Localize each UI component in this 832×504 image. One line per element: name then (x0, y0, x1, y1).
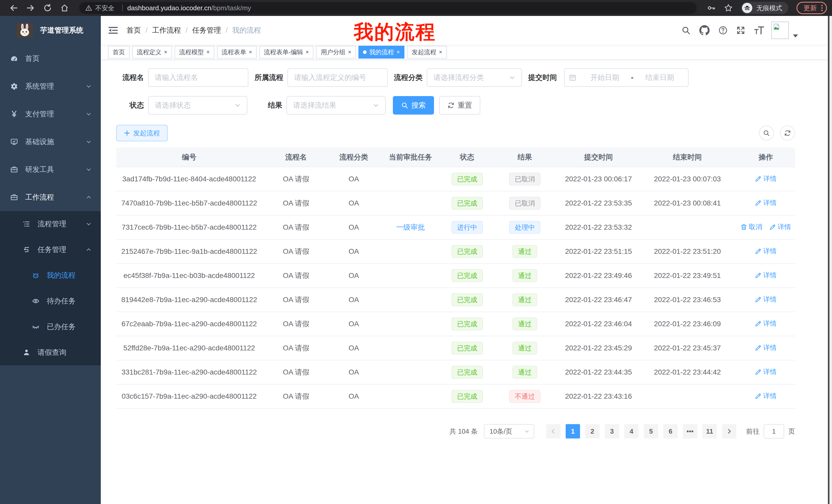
more-pages-button[interactable]: ••• (683, 424, 697, 439)
close-icon[interactable]: × (206, 49, 210, 55)
help-icon[interactable] (718, 26, 728, 35)
page-button[interactable]: 5 (644, 424, 658, 439)
detail-button[interactable]: 详情 (755, 295, 777, 304)
sidebar-item-eye-closed[interactable]: 已办任务 (0, 314, 101, 340)
sidebar-item-share[interactable]: 任务管理 (0, 237, 101, 262)
breadcrumb-item[interactable]: 首页 (127, 25, 141, 35)
home-icon[interactable] (60, 4, 69, 12)
sidebar-item-tree[interactable]: 流程管理 (0, 211, 101, 237)
refresh-button[interactable] (780, 125, 795, 141)
bookmark-star-icon[interactable] (724, 4, 733, 12)
prev-page-button[interactable] (546, 424, 561, 439)
close-icon[interactable]: × (396, 49, 400, 55)
tab-流程模型[interactable]: 流程模型× (175, 46, 214, 59)
result-badge: 通过 (513, 317, 537, 330)
date-range-input[interactable]: 开始日期-结束日期 (564, 68, 688, 87)
detail-button[interactable]: 详情 (755, 198, 777, 207)
page-button[interactable]: 6 (663, 424, 678, 439)
font-size-icon[interactable] (754, 26, 764, 34)
sidebar-item-monitor[interactable]: 基础设施 (0, 128, 101, 156)
security-label[interactable]: 不安全 (95, 4, 114, 12)
page-button[interactable]: 2 (585, 424, 600, 439)
cell-submit-time: 2022-01-22 23:45:29 (559, 336, 638, 360)
page-button[interactable]: 4 (624, 424, 639, 439)
tab-流程表单-编辑[interactable]: 流程表单-编辑× (259, 46, 314, 59)
goto-page-input[interactable]: 1 (763, 424, 784, 439)
breadcrumb-item[interactable]: 任务管理 (192, 25, 221, 35)
cell-actions: 详情 (737, 263, 795, 288)
close-icon[interactable]: × (164, 49, 167, 55)
cancel-button[interactable]: 取消 (740, 222, 762, 231)
text-input[interactable]: 请输入流程名 (148, 68, 249, 87)
column-header: 操作 (737, 147, 795, 167)
hamburger-icon[interactable] (108, 26, 118, 35)
tab-我的流程[interactable]: 我的流程× (358, 46, 405, 59)
detail-button[interactable]: 详情 (755, 319, 777, 328)
close-icon[interactable]: × (348, 49, 351, 55)
select[interactable]: 请选择流结果 (286, 96, 386, 115)
back-icon[interactable] (9, 4, 18, 12)
reload-icon[interactable] (43, 4, 52, 12)
password-key-icon[interactable] (707, 4, 716, 12)
detail-button[interactable]: 详情 (755, 391, 777, 400)
briefcase-icon (10, 166, 18, 173)
select[interactable]: 请选择流程分类 (427, 68, 522, 87)
next-page-button[interactable] (722, 424, 736, 439)
show-search-button[interactable] (759, 125, 774, 141)
tab-用户分组[interactable]: 用户分组× (316, 46, 356, 59)
breadcrumb-item[interactable]: 工作流程 (152, 25, 181, 35)
sidebar-item-robot[interactable]: 我的流程 (0, 262, 101, 288)
caret-down-icon[interactable] (793, 34, 798, 37)
cell-end-time: 2022-01-22 23:49:51 (638, 263, 737, 288)
sidebar-item-briefcase[interactable]: 研发工具 (0, 156, 101, 184)
warning-icon[interactable] (85, 5, 92, 11)
menu-dots-icon[interactable] (821, 4, 823, 11)
tab-发起流程[interactable]: 发起流程× (407, 46, 447, 59)
text-input[interactable]: 请输入流程定义的编号 (287, 68, 388, 87)
detail-button[interactable]: 详情 (755, 367, 777, 376)
avatar[interactable] (771, 22, 789, 39)
tab-首页[interactable]: 首页 (108, 46, 130, 59)
page-button[interactable]: 11 (702, 424, 717, 439)
task-link[interactable]: 一级审批 (396, 223, 425, 231)
sidebar-item-gear[interactable]: 系统管理 (0, 73, 101, 100)
sidebar-item-eye-open[interactable]: 待办任务 (0, 288, 101, 314)
page-button[interactable]: 3 (605, 424, 619, 439)
reset-button[interactable]: 重置 (439, 96, 480, 115)
page-size-select[interactable]: 10条/页 (484, 424, 534, 439)
start-process-button[interactable]: 发起流程 (116, 125, 167, 141)
close-icon[interactable]: × (249, 49, 252, 55)
detail-button[interactable]: 详情 (755, 174, 777, 183)
detail-button[interactable]: 详情 (755, 343, 777, 352)
sidebar-item-dashboard[interactable]: 首页 (0, 45, 101, 73)
pen-icon (755, 175, 761, 182)
cell-end-time: 2022-01-22 23:46:09 (638, 312, 737, 336)
sidebar-item-yen[interactable]: 支付管理 (0, 100, 101, 128)
close-icon[interactable]: × (439, 49, 442, 55)
cell-status: 进行中 (443, 215, 491, 240)
cell-current-task (378, 384, 443, 409)
cell-submit-time: 2022-01-22 23:44:35 (559, 360, 638, 384)
cell-category: OA (330, 167, 378, 191)
github-icon[interactable] (699, 25, 710, 35)
address-bar[interactable]: 不安全 dashboard.yudao.iocoder.cn /bpm/task… (79, 2, 697, 14)
tab-流程定义[interactable]: 流程定义× (132, 46, 172, 59)
scrollbar[interactable] (828, 16, 832, 504)
close-icon[interactable]: × (306, 49, 309, 55)
sidebar-item-user[interactable]: 请假查询 (0, 340, 101, 365)
detail-button[interactable]: 详情 (769, 222, 791, 231)
tab-流程表单[interactable]: 流程表单× (217, 46, 257, 59)
select[interactable]: 请选择状态 (148, 96, 247, 115)
update-button[interactable]: 更新 (797, 2, 827, 14)
forward-icon[interactable] (26, 4, 35, 12)
detail-button[interactable]: 详情 (755, 271, 777, 280)
page-button[interactable]: 1 (566, 424, 580, 439)
cell-status: 已完成 (443, 312, 491, 336)
app-logo-row[interactable]: 芋道管理系统 (0, 16, 101, 45)
search-icon[interactable] (681, 26, 691, 35)
fullscreen-icon[interactable] (736, 26, 745, 35)
detail-button[interactable]: 详情 (755, 247, 777, 256)
cell-submit-time: 2022-01-22 23:53:32 (559, 215, 638, 240)
sidebar-item-briefcase[interactable]: 工作流程 (0, 184, 101, 211)
search-button[interactable]: 搜索 (393, 96, 434, 115)
